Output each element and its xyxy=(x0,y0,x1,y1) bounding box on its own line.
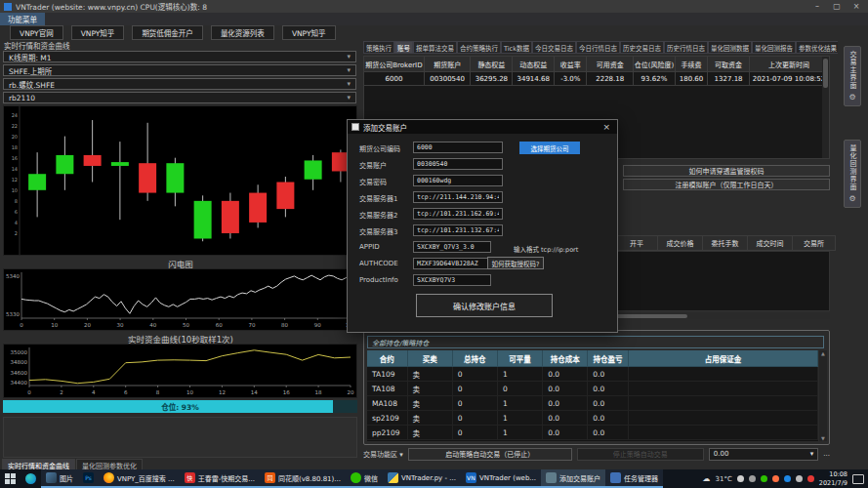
authcode-help-button[interactable]: 如何获取授权码? xyxy=(487,257,544,269)
chevron-down-icon[interactable]: ▾ xyxy=(810,450,814,458)
taskbar-item-VNTrader.py - ...[interactable]: VNTrader.py - ... xyxy=(383,469,461,488)
wechat-tray-icon[interactable] xyxy=(761,475,767,482)
account-row[interactable]: 60000030054036295.2834914.68-3.0%2228.18… xyxy=(364,72,829,86)
scroll-down-icon[interactable]: ▼ xyxy=(821,435,825,441)
taskbar-item-label: 图片 xyxy=(60,473,73,483)
server-format-hint: 输入格式 tcp://ip:port xyxy=(514,244,578,254)
volume-icon[interactable] xyxy=(796,475,803,482)
network-icon[interactable] xyxy=(749,475,756,482)
taskbar-clock[interactable]: 10:082021/7/9 xyxy=(819,470,847,487)
account-cell: 2021-07-09 10:08:52 xyxy=(750,72,829,86)
toolbar-link-0[interactable]: VNPY官网 xyxy=(10,25,63,40)
dialog-field-input-5[interactable] xyxy=(413,224,503,236)
positions-row[interactable]: pp2109卖010.00.0 xyxy=(367,426,818,440)
taskbar-item-edge-icon[interactable] xyxy=(21,469,41,488)
taskbar-item-添加交易账户[interactable]: 添加交易账户 xyxy=(541,469,605,488)
dialog-field-input-1[interactable] xyxy=(413,158,503,170)
dialog-field-label: AUTHCODE xyxy=(359,260,398,267)
dock-tab-0[interactable]: 交易主界面⚙ xyxy=(844,46,861,106)
dialog-field-label: ProductInfo xyxy=(359,276,398,284)
positions-cell: 0 xyxy=(453,426,498,440)
minimize-button[interactable]: – xyxy=(809,1,825,12)
scroll-up-icon[interactable]: ▲ xyxy=(821,350,825,356)
toolbar-link-1[interactable]: VNPY知乎 xyxy=(71,25,125,40)
market-select-1[interactable]: SHFE.上期所▾ xyxy=(3,64,356,76)
right-tab-7[interactable]: 历史交易日志 xyxy=(620,41,664,54)
right-tab-1[interactable]: 账号 xyxy=(394,41,413,54)
penetration-auth-help-button[interactable]: 如何申请穿透监管授权码 xyxy=(623,165,830,177)
positions-row[interactable]: TA109卖010.00.0 xyxy=(367,367,818,382)
dialog-close-icon[interactable]: × xyxy=(599,122,613,132)
dialog-field-input-6[interactable] xyxy=(413,241,491,253)
dialog-field-input-7[interactable] xyxy=(413,258,491,269)
capital-line-chart[interactable]: 3500034800346003440002468101214161820 xyxy=(3,344,357,398)
positions-filter-label[interactable]: 全部持仓/策略持仓 xyxy=(367,336,824,348)
flash-line-chart[interactable]: 534053300102030405060708090100 xyxy=(3,268,357,331)
dialog-field-input-8[interactable] xyxy=(413,274,491,286)
taskbar-item-微信[interactable]: 微信 xyxy=(346,469,383,488)
defender-icon[interactable] xyxy=(784,475,791,482)
start-auto-trading-button[interactable]: 启动策略自动交易（已停止） xyxy=(408,448,572,461)
svg-text:34600: 34600 xyxy=(11,370,28,376)
positions-row[interactable]: sp2109卖010.00.0 xyxy=(367,411,818,426)
taskbar-item-王春雷-快期交易...[interactable]: 快王春雷-快期交易... xyxy=(180,469,260,488)
toolbar-link-2[interactable]: 期货低佣金开户 xyxy=(132,25,203,40)
notification-center-icon[interactable] xyxy=(852,474,864,484)
right-tab-5[interactable]: 今日交易日志 xyxy=(532,41,576,54)
account-col-header: 手续费 xyxy=(676,57,708,72)
taskbar-item-photoshop-icon[interactable]: Ps xyxy=(78,469,99,488)
trade-function-menu[interactable]: 交易功能区 ▾ xyxy=(363,449,403,459)
quantity-spinbox[interactable]: 0.00 ▾ xyxy=(709,448,819,461)
maximize-button[interactable]: ▢ xyxy=(829,1,845,12)
register-sim-account-button[interactable]: 注册模拟账户（仅限工作日白天） xyxy=(623,179,830,190)
taskbar-item-start-icon[interactable] xyxy=(0,469,21,488)
svg-text:2: 2 xyxy=(15,230,18,236)
positions-cell: 0 xyxy=(498,382,543,396)
select-broker-button[interactable]: 选择期货公司 xyxy=(519,142,580,154)
taskbar-item-VNTrader (web...[interactable]: VNVNTrader (web... xyxy=(461,469,541,488)
dialog-field-input-2[interactable] xyxy=(413,175,503,186)
update-icon[interactable] xyxy=(807,475,814,482)
positions-table-scrollbar[interactable]: ▲ ▼ xyxy=(819,350,827,441)
account-table-scrollbar[interactable] xyxy=(822,57,829,158)
svg-text:5340: 5340 xyxy=(6,273,20,279)
dialog-field-input-0[interactable] xyxy=(413,142,503,153)
positions-col-header: 持仓盈亏 xyxy=(588,350,629,367)
dock-tab-1[interactable]: 量化回测界面⚙ xyxy=(844,140,861,208)
market-select-0[interactable]: K线周期: M1▾ xyxy=(3,51,356,62)
right-tab-4[interactable]: Tick数据 xyxy=(501,41,532,54)
taskbar-item-同花顺(v8.80.81)...[interactable]: 同同花顺(v8.80.81)... xyxy=(260,469,346,488)
close-button[interactable]: × xyxy=(848,1,864,12)
market-select-3[interactable]: rb2110▾ xyxy=(3,92,356,103)
windows-taskbar: 图片PsVNPY_百度搜索 ...快王春雷-快期交易...同同花顺(v8.80.… xyxy=(0,469,868,488)
dialog-field-input-4[interactable] xyxy=(413,208,503,220)
more-options-button[interactable]: ... xyxy=(823,450,830,458)
dock-tab-label: 量化回测界面 xyxy=(847,144,857,191)
right-tab-0[interactable]: 策略执行 xyxy=(363,41,394,54)
right-tab-3[interactable]: 合约策略执行 xyxy=(457,41,501,54)
confirm-account-button[interactable]: 确认修改账户信息 xyxy=(416,294,553,317)
right-tab-6[interactable]: 今日行情日志 xyxy=(576,41,620,54)
taskbar-item-图片[interactable]: 图片 xyxy=(41,469,78,488)
toolbar-link-4[interactable]: VNPY知乎 xyxy=(282,25,336,40)
positions-cell: 卖 xyxy=(408,396,453,411)
candlestick-chart[interactable]: 24222018161412108642 xyxy=(3,105,357,256)
chrome-icon[interactable] xyxy=(772,475,779,482)
right-tab-8[interactable]: 历史行情日志 xyxy=(664,41,708,54)
right-tab-2[interactable]: 报单算法交易 xyxy=(413,41,457,54)
right-tab-10[interactable]: 量化回测报告 xyxy=(752,41,796,54)
toolbar-link-3[interactable]: 量化资源列表 xyxy=(211,25,274,40)
right-tab-9[interactable]: 量化回测数据 xyxy=(708,41,752,54)
menu-item-function[interactable]: 功能菜单 xyxy=(0,13,45,25)
market-select-2[interactable]: rb.螺纹.SHFE▾ xyxy=(3,78,356,90)
account-col-header: 可用资金 xyxy=(587,57,634,72)
positions-row[interactable]: TA108卖000.00.0 xyxy=(367,382,818,396)
taskbar-item-label: 王春雷-快期交易... xyxy=(198,473,255,483)
taskbar-item-VNPY_百度搜索 ...[interactable]: VNPY_百度搜索 ... xyxy=(99,469,180,488)
account-cell: 00300540 xyxy=(425,72,472,86)
positions-row[interactable]: MA108卖010.00.0 xyxy=(367,396,818,411)
dialog-field-input-3[interactable] xyxy=(413,191,503,203)
chevron-up-icon[interactable] xyxy=(737,475,744,482)
taskbar-item-任务管理器[interactable]: 任务管理器 xyxy=(605,469,663,488)
right-tab-11[interactable]: 参数优化结果 xyxy=(796,41,838,54)
